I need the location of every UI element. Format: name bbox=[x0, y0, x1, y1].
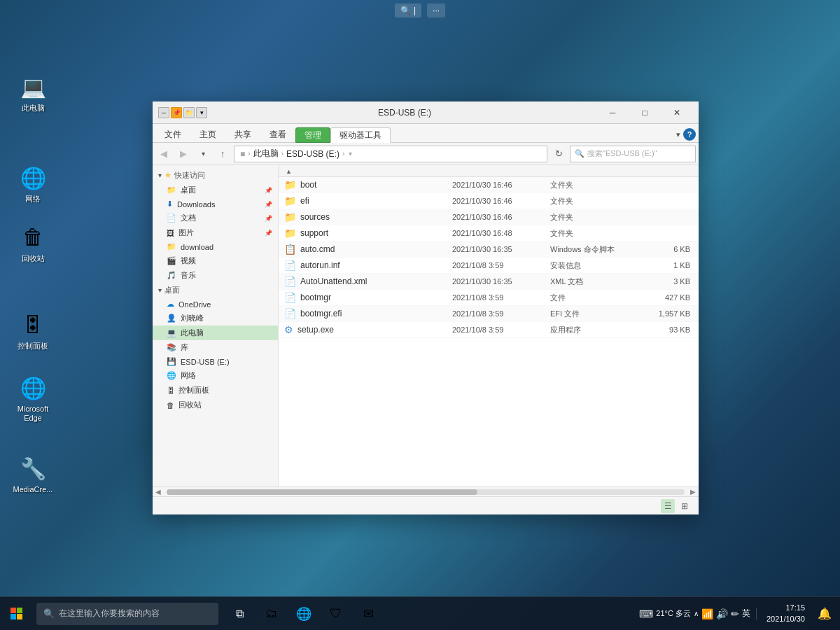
refresh-btn[interactable]: ↻ bbox=[550, 146, 567, 162]
desktop-icon-recycle[interactable]: 🗑 回收站 bbox=[8, 220, 57, 266]
file-explorer-btn[interactable]: 🗂 bbox=[256, 598, 287, 629]
help-btn[interactable]: ? bbox=[683, 128, 696, 141]
col-header-name[interactable]: ▲ bbox=[284, 167, 452, 175]
sidebar-item-this-pc[interactable]: 💻 此电脑 bbox=[153, 326, 278, 340]
file-name-support: 📁 support bbox=[284, 227, 452, 239]
tab-manage[interactable]: 管理 bbox=[295, 127, 330, 143]
svg-rect-0 bbox=[10, 608, 16, 613]
file-row[interactable]: 📁 boot 2021/10/30 16:46 文件夹 bbox=[279, 177, 699, 193]
tab-share[interactable]: 共享 bbox=[225, 127, 260, 142]
ribbon-expand-btn[interactable]: ▾ bbox=[676, 130, 680, 139]
sidebar-item-onedrive[interactable]: ☁ OneDrive bbox=[153, 298, 278, 311]
folder-icon-boot: 📁 bbox=[284, 179, 296, 190]
taskbar-search-placeholder: 在这里输入你要搜索的内容 bbox=[59, 608, 160, 620]
sidebar-item-control-panel-nav[interactable]: 🎛 控制面板 bbox=[153, 383, 278, 398]
file-row[interactable]: 📁 efi 2021/10/30 16:46 文件夹 bbox=[279, 193, 699, 209]
desktop-icon-this-pc[interactable]: 💻 此电脑 bbox=[8, 70, 57, 115]
file-row[interactable]: 📄 bootmgr.efi 2021/10/8 3:59 EFI 文件 1,95… bbox=[279, 306, 699, 322]
start-button[interactable] bbox=[0, 597, 34, 631]
dropdown-nav-btn[interactable]: ▾ bbox=[195, 146, 211, 162]
folder-icon-support: 📁 bbox=[284, 227, 296, 239]
taskbar-search[interactable]: 🔍 在这里输入你要搜索的内容 bbox=[36, 603, 218, 625]
more-button[interactable]: ··· bbox=[427, 4, 445, 18]
desktop-icon-control-panel[interactable]: 🎛 控制面板 bbox=[8, 308, 57, 354]
sidebar-item-network-nav[interactable]: 🌐 网络 bbox=[153, 368, 278, 383]
sidebar-item-library[interactable]: 📚 库 bbox=[153, 340, 278, 355]
zoom-button[interactable]: 🔍 | bbox=[395, 4, 421, 18]
file-row[interactable]: ⚙ setup.exe 2021/10/8 3:59 应用程序 93 KB bbox=[279, 322, 699, 338]
file-row[interactable]: 📄 autorun.inf 2021/10/8 3:59 安装信息 1 KB bbox=[279, 258, 699, 274]
main-area: ▾ ★ 快速访问 📁 桌面 📌 ⬇ Downloads 📌 📄 文档 bbox=[153, 165, 699, 486]
file-name-setup: ⚙ setup.exe bbox=[284, 324, 452, 335]
file-row[interactable]: 📋 auto.cmd 2021/10/30 16:35 Windows 命令脚本… bbox=[279, 241, 699, 258]
forward-btn: ▶ bbox=[175, 146, 192, 162]
folder-icon-efi: 📁 bbox=[284, 195, 296, 206]
file-name-bootmgr-efi: 📄 bootmgr.efi bbox=[284, 308, 452, 319]
taskbar-right: ⌨ 21°C 多云 ∧ 📶 🔊 ✏ 英 17:15 2021/10/30 🔔 bbox=[634, 603, 840, 624]
edge-taskbar-btn[interactable]: 🌐 bbox=[288, 598, 319, 629]
user-label: 刘晓峰 bbox=[181, 313, 204, 323]
sidebar-quick-access-header[interactable]: ▾ ★ 快速访问 bbox=[153, 168, 278, 183]
minimize-quick-btn[interactable]: ─ bbox=[158, 107, 169, 118]
desktop: 🔍 | ··· 💻 此电脑 🌐 网络 🗑 回收站 🎛 控制面板 🌐 Micros… bbox=[0, 0, 840, 630]
folder-btn[interactable]: 📁 bbox=[183, 107, 195, 118]
tiles-view-btn[interactable]: ⊞ bbox=[678, 499, 692, 513]
pin-icon-pictures: 📌 bbox=[265, 230, 272, 237]
network-status-icon: 📶 bbox=[701, 608, 713, 620]
file-row[interactable]: 📄 bootmgr 2021/10/8 3:59 文件 427 KB bbox=[279, 290, 699, 306]
edge-icon: 🌐 bbox=[19, 374, 47, 402]
search-box[interactable]: 🔍 搜索"ESD-USB (E:)" bbox=[570, 146, 696, 162]
tab-view[interactable]: 查看 bbox=[260, 127, 295, 142]
store-btn[interactable]: 🛡 bbox=[321, 598, 351, 629]
tab-home[interactable]: 主页 bbox=[190, 127, 225, 142]
sidebar-item-desktop1[interactable]: 📁 桌面 📌 bbox=[153, 183, 278, 197]
pin-btn[interactable]: 📌 bbox=[171, 107, 182, 118]
desktop-icon-edge[interactable]: 🌐 Microsoft Edge bbox=[8, 371, 57, 426]
close-btn[interactable]: ✕ bbox=[661, 102, 693, 124]
task-view-btn[interactable]: ⧉ bbox=[224, 598, 255, 629]
tab-file[interactable]: 文件 bbox=[155, 127, 190, 142]
details-view-btn[interactable]: ☰ bbox=[661, 499, 675, 513]
music-label: 音乐 bbox=[181, 270, 196, 281]
sidebar-item-downloads[interactable]: ⬇ Downloads 📌 bbox=[153, 197, 278, 211]
mail-btn[interactable]: ✉ bbox=[353, 598, 384, 629]
control-panel-nav-label: 控制面板 bbox=[178, 385, 209, 396]
scrollbar-thumb bbox=[167, 489, 477, 495]
taskbar-search-icon: 🔍 bbox=[43, 608, 55, 619]
lang-indicator[interactable]: 英 bbox=[742, 608, 750, 620]
maximize-btn[interactable]: □ bbox=[629, 102, 661, 124]
address-path[interactable]: ■ › 此电脑 › ESD-USB (E:) › ▾ bbox=[234, 146, 547, 162]
recycle-nav-icon: 🗑 bbox=[167, 401, 174, 410]
sidebar-item-music[interactable]: 🎵 音乐 bbox=[153, 268, 278, 283]
title-text: ESD-USB (E:) bbox=[213, 108, 596, 118]
path-expand-btn[interactable]: ▾ bbox=[349, 150, 352, 158]
minimize-btn[interactable]: ─ bbox=[596, 102, 629, 124]
up-btn[interactable]: ↑ bbox=[214, 146, 231, 162]
sidebar-item-recycle-nav[interactable]: 🗑 回收站 bbox=[153, 398, 278, 412]
sidebar-item-videos[interactable]: 🎬 视频 bbox=[153, 253, 278, 268]
volume-icon[interactable]: 🔊 bbox=[716, 608, 728, 620]
address-bar: ◀ ▶ ▾ ↑ ■ › 此电脑 › ESD-USB (E:) › ▾ ↻ 🔍 搜… bbox=[153, 143, 699, 165]
tab-driver-tools[interactable]: 驱动器工具 bbox=[330, 127, 391, 143]
desktop-icon-mediacreator[interactable]: 🔧 MediaCre... bbox=[8, 451, 57, 497]
file-name-efi: 📁 efi bbox=[284, 195, 452, 206]
sidebar-item-documents[interactable]: 📄 文档 📌 bbox=[153, 211, 278, 225]
file-row[interactable]: 📄 AutoUnattend.xml 2021/10/30 16:35 XML … bbox=[279, 274, 699, 290]
svg-rect-1 bbox=[17, 608, 22, 613]
scroll-left-btn[interactable]: ◀ bbox=[153, 488, 164, 496]
sidebar-item-pictures[interactable]: 🖼 图片 📌 bbox=[153, 225, 278, 240]
file-row[interactable]: 📁 support 2021/10/30 16:48 文件夹 bbox=[279, 225, 699, 241]
file-name-boot: 📁 boot bbox=[284, 179, 452, 190]
notification-btn[interactable]: 🔔 bbox=[815, 607, 834, 620]
taskbar-time-date[interactable]: 17:15 2021/10/30 bbox=[761, 603, 811, 624]
dropdown-btn[interactable]: ▾ bbox=[196, 107, 207, 118]
desktop-icon-network[interactable]: 🌐 网络 bbox=[8, 161, 57, 206]
sidebar-item-esd-usb[interactable]: 💾 ESD-USB (E:) bbox=[153, 355, 278, 368]
sidebar-item-download-folder[interactable]: 📁 download bbox=[153, 240, 278, 253]
horizontal-scrollbar[interactable]: ◀ ▶ bbox=[153, 486, 699, 496]
expand-icon[interactable]: ∧ bbox=[694, 610, 699, 617]
sidebar-desktop2-header[interactable]: ▾ 桌面 bbox=[153, 283, 278, 298]
file-row[interactable]: 📁 sources 2021/10/30 16:46 文件夹 bbox=[279, 209, 699, 225]
scroll-right-btn[interactable]: ▶ bbox=[687, 488, 699, 496]
sidebar-item-user[interactable]: 👤 刘晓峰 bbox=[153, 311, 278, 326]
